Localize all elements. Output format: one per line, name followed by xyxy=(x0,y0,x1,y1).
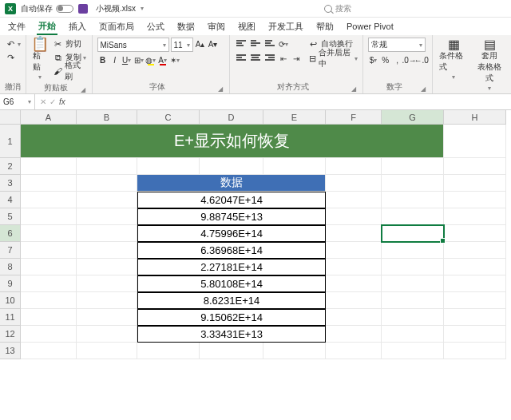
align-middle-button[interactable] xyxy=(249,38,262,49)
dialog-launcher-icon[interactable]: ◢ xyxy=(81,86,87,93)
row-header[interactable]: 11 xyxy=(0,309,21,326)
col-header[interactable]: A xyxy=(21,110,77,125)
border-button[interactable]: ⊞▾ xyxy=(133,53,145,66)
data-cell[interactable]: 9.88745E+13 xyxy=(137,208,326,225)
undo-button[interactable]: ↶▾ xyxy=(5,38,21,50)
autosave-toggle[interactable]: 自动保存 xyxy=(21,3,73,14)
indent-decrease-button[interactable]: ⇤ xyxy=(278,52,289,65)
dialog-launcher-icon[interactable]: ◢ xyxy=(421,85,427,93)
fill-color-button[interactable]: ◍▾ xyxy=(145,53,156,66)
data-header-cell[interactable]: 数据 xyxy=(137,175,326,192)
tab-file[interactable]: 文件 xyxy=(6,19,27,34)
row-header[interactable]: 8 xyxy=(0,259,21,275)
cell[interactable] xyxy=(77,343,137,359)
cell[interactable] xyxy=(326,275,382,292)
col-header[interactable]: H xyxy=(444,110,506,125)
worksheet-grid[interactable]: A B C D E F G H 1E+显示如何恢复23数据44.62047E+1… xyxy=(0,110,511,359)
cell[interactable] xyxy=(326,259,382,275)
orientation-button[interactable]: ⟳▾ xyxy=(278,38,289,50)
percent-button[interactable]: % xyxy=(380,53,391,66)
data-cell[interactable]: 4.62047E+14 xyxy=(137,192,326,208)
cancel-icon[interactable]: ✕ xyxy=(40,97,46,106)
col-header[interactable]: B xyxy=(77,110,137,125)
cell[interactable] xyxy=(326,175,382,192)
row-header[interactable]: 3 xyxy=(0,175,21,192)
cell[interactable] xyxy=(77,275,137,292)
row-header[interactable]: 10 xyxy=(0,292,21,309)
cell[interactable] xyxy=(21,343,77,359)
cell[interactable] xyxy=(77,292,137,309)
selected-cell[interactable] xyxy=(382,225,444,242)
cell[interactable] xyxy=(382,309,444,326)
table-format-button[interactable]: ▤套用 表格格式▾ xyxy=(473,38,506,93)
data-cell[interactable]: 9.15062E+14 xyxy=(137,309,326,326)
select-all-corner[interactable] xyxy=(0,110,21,125)
redo-button[interactable]: ↷ xyxy=(5,51,21,64)
decrease-font-button[interactable]: A▾ xyxy=(208,38,219,50)
italic-button[interactable]: I xyxy=(109,53,121,66)
cell[interactable] xyxy=(21,275,77,292)
phonetic-button[interactable]: ✶▾ xyxy=(169,53,180,66)
tab-powerpivot[interactable]: Power Pivot xyxy=(345,20,395,33)
banner-cell[interactable]: E+显示如何恢复 xyxy=(21,125,444,158)
toggle-off-icon[interactable] xyxy=(56,5,73,13)
qat-icon[interactable] xyxy=(78,4,88,14)
enter-icon[interactable]: ✓ xyxy=(50,97,56,106)
cell[interactable] xyxy=(326,208,382,225)
cell[interactable] xyxy=(382,292,444,309)
tab-home[interactable]: 开始 xyxy=(37,18,57,35)
align-left-button[interactable] xyxy=(235,52,248,63)
data-cell[interactable]: 2.27181E+14 xyxy=(137,259,326,275)
cell[interactable] xyxy=(382,326,444,343)
cell[interactable] xyxy=(444,192,506,208)
cell[interactable] xyxy=(444,208,506,225)
cell[interactable] xyxy=(326,292,382,309)
data-cell[interactable]: 4.75996E+14 xyxy=(137,225,326,242)
number-format-select[interactable]: 常规▾ xyxy=(368,38,426,52)
tab-review[interactable]: 审阅 xyxy=(206,19,227,34)
cell[interactable] xyxy=(77,175,137,192)
align-center-button[interactable] xyxy=(249,52,262,63)
row-header[interactable]: 2 xyxy=(0,158,21,175)
cell[interactable] xyxy=(444,275,506,292)
tab-help[interactable]: 帮助 xyxy=(315,19,335,34)
indent-increase-button[interactable]: ⇥ xyxy=(291,52,302,65)
dialog-launcher-icon[interactable]: ◢ xyxy=(351,85,358,93)
cell[interactable] xyxy=(382,192,444,208)
cell[interactable] xyxy=(77,158,137,175)
col-header[interactable]: G xyxy=(382,110,444,125)
cell[interactable] xyxy=(77,192,137,208)
tab-formulas[interactable]: 公式 xyxy=(145,19,166,34)
cell[interactable] xyxy=(382,275,444,292)
cell[interactable] xyxy=(382,343,444,359)
cell[interactable] xyxy=(444,225,506,242)
cell[interactable] xyxy=(21,292,77,309)
cell[interactable] xyxy=(382,175,444,192)
align-right-button[interactable] xyxy=(263,52,276,63)
cell[interactable] xyxy=(326,192,382,208)
underline-button[interactable]: U▾ xyxy=(121,53,133,66)
cell[interactable] xyxy=(444,259,506,275)
row-header[interactable]: 13 xyxy=(0,343,21,359)
tab-view[interactable]: 视图 xyxy=(236,19,257,34)
font-name-select[interactable]: MiSans▾ xyxy=(97,38,169,52)
row-header[interactable]: 7 xyxy=(0,242,21,259)
bold-button[interactable]: B xyxy=(97,53,109,66)
cell[interactable] xyxy=(200,158,263,175)
cell[interactable] xyxy=(444,242,506,259)
name-box[interactable]: G6▾ xyxy=(0,94,35,109)
cell[interactable] xyxy=(382,242,444,259)
cell[interactable] xyxy=(444,125,506,158)
cell[interactable] xyxy=(326,242,382,259)
cell[interactable] xyxy=(382,259,444,275)
cell[interactable] xyxy=(444,175,506,192)
row-header[interactable]: 1 xyxy=(0,125,21,158)
font-color-button[interactable]: A▾ xyxy=(157,53,168,66)
cell[interactable] xyxy=(444,326,506,343)
decrease-decimal-button[interactable]: ←.0 xyxy=(416,53,427,66)
cell[interactable] xyxy=(326,158,382,175)
row-header[interactable]: 6 xyxy=(0,225,21,242)
tab-dev[interactable]: 开发工具 xyxy=(267,19,305,34)
cell[interactable] xyxy=(444,343,506,359)
tab-data[interactable]: 数据 xyxy=(176,19,196,34)
